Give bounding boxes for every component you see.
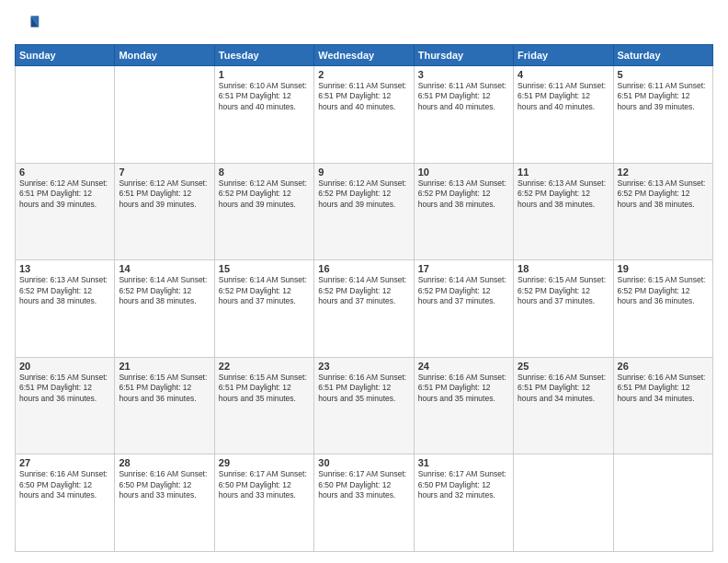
page: SundayMondayTuesdayWednesdayThursdayFrid…: [0, 0, 728, 563]
day-cell: 7Sunrise: 6:12 AM Sunset: 6:51 PM Daylig…: [115, 163, 214, 260]
day-number: 29: [219, 457, 310, 468]
day-cell: 8Sunrise: 6:12 AM Sunset: 6:52 PM Daylig…: [214, 163, 313, 260]
day-info: Sunrise: 6:12 AM Sunset: 6:52 PM Dayligh…: [219, 178, 310, 210]
day-number: 28: [119, 457, 210, 468]
day-number: 14: [119, 263, 210, 274]
day-number: 31: [418, 457, 509, 468]
week-row-1: 1Sunrise: 6:10 AM Sunset: 6:51 PM Daylig…: [16, 66, 713, 164]
header-row: SundayMondayTuesdayWednesdayThursdayFrid…: [16, 45, 713, 66]
day-info: Sunrise: 6:16 AM Sunset: 6:51 PM Dayligh…: [518, 373, 609, 404]
day-cell: 23Sunrise: 6:16 AM Sunset: 6:51 PM Dayli…: [314, 357, 414, 454]
day-cell: 17Sunrise: 6:14 AM Sunset: 6:52 PM Dayli…: [414, 260, 513, 358]
calendar-body: 1Sunrise: 6:10 AM Sunset: 6:51 PM Daylig…: [16, 66, 713, 552]
day-number: 18: [518, 263, 609, 274]
day-info: Sunrise: 6:13 AM Sunset: 6:52 PM Dayligh…: [518, 178, 609, 210]
day-info: Sunrise: 6:11 AM Sunset: 6:51 PM Dayligh…: [618, 81, 709, 112]
column-header-sunday: Sunday: [16, 45, 115, 66]
day-cell: 30Sunrise: 6:17 AM Sunset: 6:50 PM Dayli…: [314, 454, 414, 552]
day-cell: [613, 454, 712, 552]
day-number: 3: [418, 69, 509, 80]
day-info: Sunrise: 6:11 AM Sunset: 6:51 PM Dayligh…: [518, 81, 609, 112]
day-cell: 9Sunrise: 6:12 AM Sunset: 6:52 PM Daylig…: [314, 163, 414, 260]
day-cell: 15Sunrise: 6:14 AM Sunset: 6:52 PM Dayli…: [214, 260, 313, 358]
day-number: 10: [418, 167, 509, 178]
day-number: 27: [19, 457, 110, 468]
logo: [15, 11, 44, 37]
day-cell: 11Sunrise: 6:13 AM Sunset: 6:52 PM Dayli…: [514, 163, 613, 260]
day-info: Sunrise: 6:12 AM Sunset: 6:52 PM Dayligh…: [318, 178, 409, 210]
day-number: 2: [318, 69, 409, 80]
day-number: 25: [518, 361, 609, 372]
day-info: Sunrise: 6:10 AM Sunset: 6:51 PM Dayligh…: [219, 81, 310, 112]
day-info: Sunrise: 6:11 AM Sunset: 6:51 PM Dayligh…: [318, 81, 409, 112]
day-info: Sunrise: 6:14 AM Sunset: 6:52 PM Dayligh…: [418, 275, 509, 306]
day-number: 1: [219, 69, 310, 80]
day-cell: 31Sunrise: 6:17 AM Sunset: 6:50 PM Dayli…: [414, 454, 513, 552]
day-number: 12: [618, 167, 709, 178]
column-header-friday: Friday: [514, 45, 613, 66]
day-info: Sunrise: 6:13 AM Sunset: 6:52 PM Dayligh…: [618, 178, 709, 210]
day-cell: 26Sunrise: 6:16 AM Sunset: 6:51 PM Dayli…: [613, 357, 712, 454]
week-row-3: 13Sunrise: 6:13 AM Sunset: 6:52 PM Dayli…: [16, 260, 713, 358]
week-row-5: 27Sunrise: 6:16 AM Sunset: 6:50 PM Dayli…: [16, 454, 713, 552]
column-header-tuesday: Tuesday: [214, 45, 313, 66]
day-cell: 14Sunrise: 6:14 AM Sunset: 6:52 PM Dayli…: [115, 260, 214, 358]
day-info: Sunrise: 6:16 AM Sunset: 6:51 PM Dayligh…: [418, 373, 509, 404]
day-cell: 12Sunrise: 6:13 AM Sunset: 6:52 PM Dayli…: [613, 163, 712, 260]
day-info: Sunrise: 6:16 AM Sunset: 6:51 PM Dayligh…: [618, 373, 709, 404]
day-number: 15: [219, 263, 310, 274]
day-info: Sunrise: 6:16 AM Sunset: 6:50 PM Dayligh…: [19, 469, 110, 500]
day-cell: 24Sunrise: 6:16 AM Sunset: 6:51 PM Dayli…: [414, 357, 513, 454]
day-number: 8: [219, 167, 310, 178]
column-header-wednesday: Wednesday: [314, 45, 414, 66]
day-number: 11: [518, 167, 609, 178]
day-info: Sunrise: 6:14 AM Sunset: 6:52 PM Dayligh…: [219, 275, 310, 306]
day-info: Sunrise: 6:15 AM Sunset: 6:51 PM Dayligh…: [119, 373, 210, 404]
day-number: 19: [618, 263, 709, 274]
day-cell: 18Sunrise: 6:15 AM Sunset: 6:52 PM Dayli…: [514, 260, 613, 358]
day-number: 5: [618, 69, 709, 80]
week-row-4: 20Sunrise: 6:15 AM Sunset: 6:51 PM Dayli…: [16, 357, 713, 454]
logo-icon: [15, 11, 40, 37]
day-info: Sunrise: 6:17 AM Sunset: 6:50 PM Dayligh…: [219, 469, 310, 500]
day-cell: 3Sunrise: 6:11 AM Sunset: 6:51 PM Daylig…: [414, 66, 513, 164]
day-number: 9: [318, 167, 409, 178]
day-cell: 27Sunrise: 6:16 AM Sunset: 6:50 PM Dayli…: [16, 454, 115, 552]
day-cell: 19Sunrise: 6:15 AM Sunset: 6:52 PM Dayli…: [613, 260, 712, 358]
day-cell: 13Sunrise: 6:13 AM Sunset: 6:52 PM Dayli…: [16, 260, 115, 358]
day-cell: 5Sunrise: 6:11 AM Sunset: 6:51 PM Daylig…: [613, 66, 712, 164]
day-cell: [16, 66, 115, 164]
day-cell: 21Sunrise: 6:15 AM Sunset: 6:51 PM Dayli…: [115, 357, 214, 454]
day-number: 30: [318, 457, 409, 468]
day-info: Sunrise: 6:15 AM Sunset: 6:51 PM Dayligh…: [19, 373, 110, 404]
day-info: Sunrise: 6:12 AM Sunset: 6:51 PM Dayligh…: [119, 178, 210, 210]
column-header-monday: Monday: [115, 45, 214, 66]
day-number: 24: [418, 361, 509, 372]
day-number: 17: [418, 263, 509, 274]
day-cell: 29Sunrise: 6:17 AM Sunset: 6:50 PM Dayli…: [214, 454, 313, 552]
day-info: Sunrise: 6:17 AM Sunset: 6:50 PM Dayligh…: [418, 469, 509, 500]
day-number: 22: [219, 361, 310, 372]
day-cell: [514, 454, 613, 552]
day-cell: 2Sunrise: 6:11 AM Sunset: 6:51 PM Daylig…: [314, 66, 414, 164]
day-info: Sunrise: 6:11 AM Sunset: 6:51 PM Dayligh…: [418, 81, 509, 112]
day-number: 21: [119, 361, 210, 372]
day-cell: 1Sunrise: 6:10 AM Sunset: 6:51 PM Daylig…: [214, 66, 313, 164]
day-number: 23: [318, 361, 409, 372]
calendar: SundayMondayTuesdayWednesdayThursdayFrid…: [15, 44, 713, 552]
day-cell: 25Sunrise: 6:16 AM Sunset: 6:51 PM Dayli…: [514, 357, 613, 454]
day-cell: 16Sunrise: 6:14 AM Sunset: 6:52 PM Dayli…: [314, 260, 414, 358]
day-info: Sunrise: 6:16 AM Sunset: 6:50 PM Dayligh…: [119, 469, 210, 500]
day-info: Sunrise: 6:14 AM Sunset: 6:52 PM Dayligh…: [119, 275, 210, 306]
day-number: 13: [19, 263, 110, 274]
day-info: Sunrise: 6:12 AM Sunset: 6:51 PM Dayligh…: [19, 178, 110, 210]
day-cell: 4Sunrise: 6:11 AM Sunset: 6:51 PM Daylig…: [514, 66, 613, 164]
day-info: Sunrise: 6:13 AM Sunset: 6:52 PM Dayligh…: [19, 275, 110, 306]
header: [15, 11, 713, 37]
day-info: Sunrise: 6:17 AM Sunset: 6:50 PM Dayligh…: [318, 469, 409, 500]
day-cell: 22Sunrise: 6:15 AM Sunset: 6:51 PM Dayli…: [214, 357, 313, 454]
column-header-saturday: Saturday: [613, 45, 712, 66]
day-info: Sunrise: 6:13 AM Sunset: 6:52 PM Dayligh…: [418, 178, 509, 210]
day-info: Sunrise: 6:16 AM Sunset: 6:51 PM Dayligh…: [318, 373, 409, 404]
day-cell: 6Sunrise: 6:12 AM Sunset: 6:51 PM Daylig…: [16, 163, 115, 260]
